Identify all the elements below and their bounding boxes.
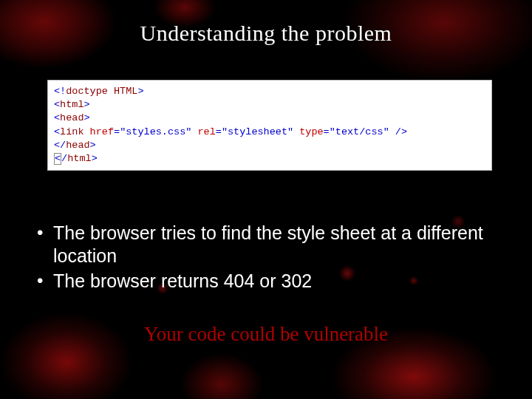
code-token: head: [60, 112, 83, 123]
code-token: <!: [54, 86, 66, 97]
code-token: =: [114, 126, 120, 137]
code-token: "styles.css": [120, 126, 191, 137]
code-token: >: [84, 99, 90, 110]
code-token: rel: [191, 126, 215, 137]
code-token: head: [66, 140, 89, 151]
code-token: <: [55, 153, 61, 164]
bullet-item-stylesheet: The browser tries to find the style shee…: [33, 222, 499, 268]
code-token: html: [60, 99, 83, 110]
code-token: "stylesheet": [222, 126, 293, 137]
bullet-item-404: The browser returns 404 or 302: [33, 270, 499, 293]
code-token: html: [67, 153, 91, 164]
code-token: </: [54, 140, 66, 151]
code-line-head-open: <head>: [54, 112, 485, 125]
code-token: >: [137, 86, 143, 97]
code-line-link: <link href="styles.css" rel="stylesheet"…: [54, 126, 485, 139]
code-token: <: [54, 126, 60, 137]
code-token: link: [60, 126, 83, 137]
cursor-box: <: [54, 153, 61, 165]
code-line-html-open: <html>: [54, 98, 485, 112]
bullet-list-visible: The browser tries to find the style shee…: [33, 222, 499, 294]
code-token: "text/css": [330, 126, 389, 137]
code-token: <: [54, 99, 60, 110]
code-token: />: [389, 126, 407, 137]
code-token: /: [61, 153, 67, 164]
code-line-doctype: <!doctype HTML>: [54, 85, 485, 98]
code-token: href: [84, 126, 115, 137]
code-token: =: [216, 126, 222, 137]
code-token: >: [90, 140, 96, 151]
code-token: >: [84, 112, 90, 123]
code-token: >: [92, 153, 98, 164]
slide: Understanding the problem The browser tr…: [0, 0, 532, 399]
slide-title: Understanding the problem: [33, 21, 499, 46]
closing-line: Your code could be vulnerable: [33, 323, 499, 346]
code-line-html-close: </html>: [54, 152, 485, 166]
code-token: =: [324, 126, 330, 137]
code-token: type: [293, 126, 324, 137]
code-line-head-close: </head>: [54, 139, 485, 152]
code-token: doctype HTML: [66, 86, 137, 97]
code-token: <: [54, 112, 60, 123]
code-snippet-box: <!doctype HTML> <html> <head> <link href…: [47, 80, 492, 171]
